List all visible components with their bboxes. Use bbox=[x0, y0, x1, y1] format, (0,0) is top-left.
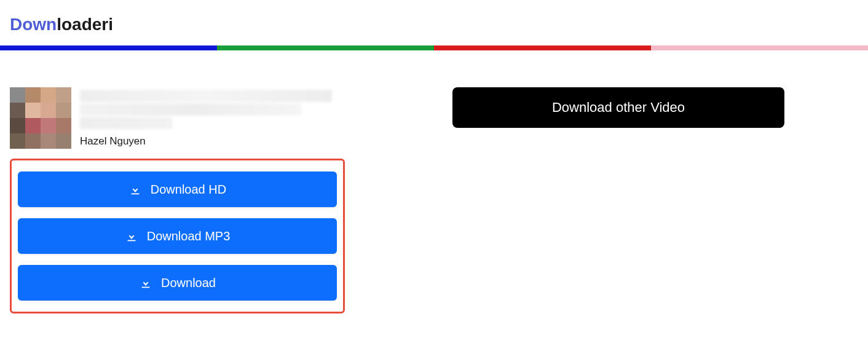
video-title-line-1 bbox=[80, 90, 332, 102]
bar-red bbox=[434, 45, 651, 50]
color-bar bbox=[0, 45, 868, 50]
download-label: Download bbox=[161, 276, 216, 290]
bar-pink bbox=[651, 45, 868, 50]
right-column: Download other Video bbox=[379, 87, 858, 313]
header: Downloaderi bbox=[0, 0, 868, 45]
download-icon bbox=[125, 229, 138, 243]
logo-prefix: Down bbox=[10, 15, 57, 34]
video-author: Hazel Nguyen bbox=[80, 135, 332, 148]
left-column: Hazel Nguyen Download HD Download MP3 bbox=[10, 87, 354, 313]
download-button[interactable]: Download bbox=[18, 265, 337, 301]
download-hd-button[interactable]: Download HD bbox=[18, 172, 337, 207]
download-icon bbox=[139, 276, 152, 290]
video-meta: Hazel Nguyen bbox=[80, 87, 332, 149]
bar-green bbox=[217, 45, 434, 50]
download-other-video-button[interactable]: Download other Video bbox=[452, 87, 784, 128]
logo-suffix: loaderi bbox=[57, 15, 113, 34]
download-icon bbox=[128, 183, 142, 196]
download-mp3-button[interactable]: Download MP3 bbox=[18, 218, 337, 254]
video-title-line-2 bbox=[80, 103, 301, 116]
video-title-line-3 bbox=[80, 117, 172, 129]
download-hd-label: Download HD bbox=[151, 183, 226, 197]
content: Hazel Nguyen Download HD Download MP3 bbox=[0, 50, 868, 323]
download-mp3-label: Download MP3 bbox=[147, 229, 231, 243]
video-thumbnail bbox=[10, 87, 71, 149]
download-button-group: Download HD Download MP3 Download bbox=[10, 159, 345, 313]
bar-blue bbox=[0, 45, 217, 50]
download-other-label: Download other Video bbox=[552, 100, 685, 116]
video-info: Hazel Nguyen bbox=[10, 87, 354, 149]
logo[interactable]: Downloaderi bbox=[10, 15, 858, 34]
